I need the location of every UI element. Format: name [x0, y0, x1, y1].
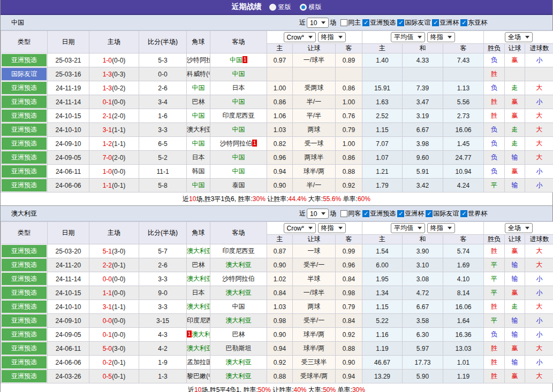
scope-select[interactable]: 全场: [505, 223, 533, 233]
home-team-name: 科威特(中): [187, 70, 210, 78]
let-line: 受一球: [293, 137, 336, 151]
average-stage-select[interactable]: 终指: [427, 223, 455, 233]
league-checkbox[interactable]: ✓: [432, 19, 439, 26]
average-select[interactable]: 平均值: [391, 223, 425, 233]
halftime-score: (0-1): [112, 262, 125, 269]
away-team-name: 印度尼西亚: [223, 112, 255, 119]
league-label: 国际友谊: [405, 18, 430, 27]
chevron-down-icon: [338, 36, 343, 39]
col-result-goal: 进球数: [525, 235, 553, 244]
bookmaker-select[interactable]: Crow*: [284, 223, 316, 233]
league-checkbox[interactable]: ✓: [397, 210, 404, 217]
radio-selected-icon[interactable]: [300, 4, 307, 11]
fulltime-score: 0-0: [103, 275, 112, 283]
match-row: 亚洲预选24-09-101-2(1-1)6-5中国沙特阿拉伯10.82受一球1.…: [1, 137, 553, 151]
scope-select[interactable]: 全场: [505, 32, 533, 42]
average-stage-select[interactable]: 终指: [427, 32, 455, 42]
match-count-select[interactable]: 10: [307, 209, 329, 219]
result-winlose-cell: 平: [484, 179, 505, 193]
matches-label: 场: [330, 209, 336, 218]
league-checkbox[interactable]: ✓: [426, 210, 433, 217]
corner-score: 6-5: [139, 137, 187, 151]
avg-draw-odds: 4.72: [403, 286, 443, 300]
radio-vertical-layout[interactable]: 竖版: [269, 3, 291, 12]
fulltime-score: 5-0: [103, 345, 112, 352]
away-team-name: 日本: [232, 84, 245, 91]
league-checkbox[interactable]: ✓: [362, 19, 369, 26]
match-date: 24-09-10: [48, 137, 89, 151]
chevron-down-icon: [321, 212, 325, 215]
same-venue-checkbox[interactable]: [340, 19, 347, 26]
summary-part: 场,胜5平4负1, 胜率:: [201, 386, 257, 392]
match-date: 24-11-20: [48, 258, 89, 272]
fulltime-score: 0-2: [103, 359, 112, 366]
result-handicap-cell: 赢: [505, 286, 525, 300]
let-line: 半/一: [293, 95, 336, 109]
result-handicap: 赢: [512, 372, 518, 380]
home-team-cell: 中国: [187, 137, 210, 151]
league-checkbox[interactable]: ✓: [362, 210, 369, 217]
odds-stage-select[interactable]: 终指: [318, 223, 346, 233]
avg-draw-odds: 6.30: [403, 328, 443, 342]
avg-draw-odds: 5.90: [403, 370, 443, 383]
let-line: 球半/两: [293, 342, 336, 356]
league-checkbox[interactable]: ✓: [460, 19, 467, 26]
result-goals-cell: 大: [525, 151, 553, 165]
col-let-away: 客: [336, 44, 362, 53]
radio-unselected-icon[interactable]: [269, 4, 276, 11]
result-winlose-cell: 平: [484, 272, 505, 286]
avg-home-odds: 1.79: [362, 179, 403, 193]
let-home-odds: 0.94: [267, 165, 293, 179]
avg-draw-odds: 5.97: [403, 342, 443, 356]
result-handicap-cell: 走: [505, 123, 525, 137]
section-team-name: 澳大利亚: [11, 209, 37, 218]
home-team-cell: 日本: [187, 151, 210, 165]
result-winlose-cell: 胜: [484, 356, 505, 370]
avg-away-odds: [443, 67, 484, 81]
match-row: 国际友谊25-03-161-3(0-3)0-0科威特(中)中国胜: [1, 67, 553, 81]
away-team-cell: 中国: [210, 123, 267, 137]
home-team-cell: 中国: [187, 109, 210, 123]
odds-stage-select[interactable]: 终指: [318, 32, 346, 42]
home-team-name: 中国: [192, 112, 205, 119]
away-team-cell: 泰国: [210, 179, 267, 193]
col-avg-home: 主: [362, 235, 403, 244]
match-date: 24-10-15: [48, 286, 89, 300]
away-team-cell: 中国: [210, 95, 267, 109]
average-stage-select-value: 终指: [430, 33, 443, 42]
match-type-cell: 亚洲预选: [1, 151, 48, 165]
col-avg-draw: 和: [403, 44, 443, 53]
fulltime-score: 2-2: [103, 262, 112, 269]
result-handicap-cell: 输: [505, 356, 525, 370]
avg-home-odds: 13.29: [362, 370, 403, 383]
corner-score: 5-8: [139, 179, 187, 193]
near-label: 近: [299, 209, 306, 218]
radio-horizontal-layout[interactable]: 横版: [300, 3, 322, 12]
same-venue-checkbox[interactable]: [340, 210, 347, 217]
home-team-name: 澳大利亚: [187, 303, 210, 310]
average-select[interactable]: 平均值: [391, 32, 425, 42]
matches-table: 类型 日期 主场 比分(半场) 角球 客场 Crow* 终指 平均值 终指: [1, 30, 553, 193]
result-winlose-cell: 胜: [484, 95, 505, 109]
match-count-select[interactable]: 10: [307, 18, 329, 28]
col-let-line: 让球: [293, 44, 336, 53]
corner-score: 3-3: [139, 123, 187, 137]
avg-draw-odds: 3.42: [403, 179, 443, 193]
league-checkbox[interactable]: ✓: [397, 19, 404, 26]
chevron-down-icon: [338, 227, 343, 229]
result-goals-cell: 大: [525, 258, 553, 272]
result-winlose-cell: 负: [484, 328, 505, 342]
result-winlose: 胜: [491, 358, 497, 366]
section-australia: 澳大利亚 近10场同客✓亚洲预选✓亚洲杯✓国际友谊✓世界杯 类型 日期 主场 比…: [1, 206, 552, 392]
match-row: 亚洲预选24-06-060-2(0-1)1-9孟加拉国澳大利亚0.92受三球半0…: [1, 356, 553, 370]
bookmaker-select[interactable]: Crow*: [284, 32, 316, 42]
match-date: 24-06-06: [48, 356, 89, 370]
league-checkbox[interactable]: ✓: [460, 210, 467, 217]
let-home-odds: 0.94: [267, 342, 293, 356]
away-team-cell: 澳大利亚: [210, 356, 267, 370]
summary-part: 场,胜3平1负6, 胜率:: [196, 195, 252, 204]
corner-score: 1-9: [139, 356, 187, 370]
result-winlose: 胜: [491, 344, 497, 352]
halftime-score: (0-0): [112, 168, 125, 175]
let-line: 半/一: [293, 179, 336, 193]
